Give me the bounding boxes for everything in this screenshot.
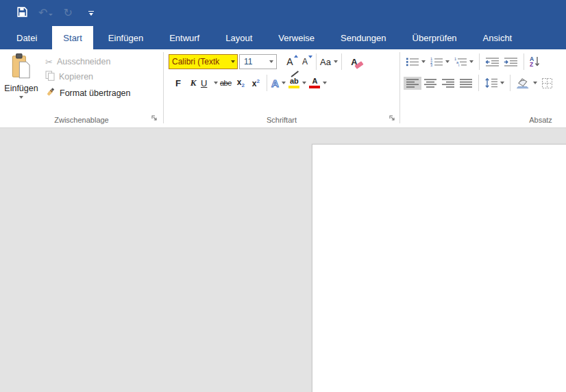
tab-sendungen[interactable]: Sendungen	[330, 26, 397, 49]
quick-access-toolbar: ↶ ↻	[16, 6, 94, 21]
align-right-icon	[441, 78, 455, 88]
paste-dropdown-caret-icon	[19, 96, 23, 99]
align-center-button[interactable]	[421, 77, 439, 90]
cut-label: Ausschneiden	[57, 57, 111, 66]
font-size-combobox[interactable]: 11	[239, 54, 277, 69]
group-absatz: 1 2 3 1 a i	[400, 49, 566, 127]
shrink-font-button[interactable]: A	[297, 53, 312, 70]
paste-button[interactable]: Einfügen	[0, 51, 42, 99]
divider	[267, 75, 267, 91]
underline-icon: U	[201, 78, 207, 88]
font-color-button[interactable]: A	[309, 75, 327, 91]
group-zwischenablage: Einfügen ✂ Ausschneiden	[0, 49, 163, 127]
dialog-launcher-icon	[389, 114, 395, 121]
group-label-zwischenablage: Zwischenablage	[0, 116, 163, 124]
tab-einfuegen[interactable]: Einfügen	[97, 26, 154, 49]
divider	[316, 53, 317, 70]
numbering-button[interactable]: 1 2 3	[428, 56, 452, 69]
shading-button[interactable]	[514, 76, 539, 90]
tab-layout[interactable]: Layout	[214, 26, 263, 49]
tab-verweise[interactable]: Verweise	[267, 26, 325, 49]
scissors-icon: ✂	[45, 58, 53, 66]
multilevel-list-caret-icon	[469, 60, 473, 63]
customize-quick-access-toolbar-icon	[88, 11, 94, 12]
bold-icon: F	[175, 78, 181, 88]
text-effects-caret-icon	[282, 82, 286, 84]
align-right-button[interactable]	[439, 77, 457, 90]
shading-bucket-icon	[516, 77, 531, 89]
sort-button[interactable]: A Z	[528, 55, 542, 69]
divider	[524, 53, 524, 70]
document-area	[0, 128, 566, 392]
divider	[341, 53, 342, 70]
tab-datei[interactable]: Datei	[5, 26, 48, 49]
underline-button[interactable]: U	[201, 75, 218, 91]
increase-indent-button[interactable]	[502, 56, 520, 69]
tab-ansicht[interactable]: Ansicht	[472, 26, 524, 49]
redo-button[interactable]: ↻	[63, 8, 72, 19]
bullets-button[interactable]	[404, 56, 428, 69]
borders-icon	[541, 77, 553, 89]
word-window: ↶ ↻ Datei Start Einfügen Entwurf Layout …	[0, 0, 566, 392]
multilevel-list-button[interactable]: 1 a i	[452, 56, 476, 69]
font-size-dropdown-caret-icon	[269, 60, 273, 63]
font-color-icon: A	[309, 77, 320, 88]
bullets-caret-icon	[421, 60, 426, 63]
clipboard-dialog-launcher-button[interactable]	[151, 112, 158, 124]
text-highlight-color-button[interactable]: ab	[288, 75, 306, 91]
borders-button[interactable]	[539, 76, 555, 90]
undo-dropdown-caret-icon	[49, 14, 53, 16]
change-case-icon: Aa	[320, 57, 331, 67]
copy-button[interactable]: Kopieren	[45, 71, 131, 83]
superscript-button[interactable]: x2	[248, 75, 263, 91]
line-spacing-button[interactable]	[482, 76, 506, 90]
shrink-font-icon: A	[302, 57, 308, 66]
save-button[interactable]	[16, 6, 28, 21]
tab-entwurf[interactable]: Entwurf	[158, 26, 210, 49]
text-highlight-caret-icon	[302, 82, 306, 84]
font-dialog-launcher-button[interactable]	[389, 112, 395, 124]
format-painter-label: Format übertragen	[60, 88, 131, 98]
dialog-launcher-icon	[151, 114, 158, 121]
italic-button[interactable]: K	[186, 75, 201, 91]
subscript-button[interactable]: x2	[233, 75, 248, 91]
undo-button[interactable]: ↶	[38, 8, 53, 19]
cut-button[interactable]: ✂ Ausschneiden	[45, 57, 131, 66]
grow-font-button[interactable]: A	[282, 53, 297, 70]
sort-arrow-icon	[534, 56, 540, 67]
divider	[478, 75, 479, 91]
font-color-caret-icon	[323, 82, 327, 84]
ribbon-tab-bar: Datei Start Einfügen Entwurf Layout Verw…	[0, 26, 566, 49]
redo-icon: ↻	[63, 8, 72, 19]
multilevel-list-icon: 1 a i	[454, 57, 467, 67]
align-left-icon	[406, 78, 419, 88]
font-name-dropdown-caret-icon	[231, 60, 235, 63]
justify-icon	[459, 78, 473, 88]
svg-text:i: i	[458, 63, 459, 67]
document-page[interactable]	[312, 144, 566, 392]
tab-ueberpruefen[interactable]: Überprüfen	[402, 26, 468, 49]
numbering-caret-icon	[445, 60, 450, 63]
justify-button[interactable]	[457, 77, 475, 90]
bold-button[interactable]: F	[171, 75, 186, 91]
align-left-button[interactable]	[404, 77, 421, 90]
group-schriftart: Calibri (Textk 11 A A Aa	[164, 49, 399, 127]
text-effects-button[interactable]: A	[271, 75, 286, 91]
decrease-indent-icon	[485, 57, 500, 67]
tab-start[interactable]: Start	[52, 26, 93, 49]
decrease-indent-button[interactable]	[483, 56, 502, 69]
change-case-caret-icon	[334, 60, 338, 63]
change-case-button[interactable]: Aa	[320, 53, 338, 70]
font-size-value: 11	[244, 57, 269, 66]
clear-formatting-button[interactable]: A	[347, 53, 362, 70]
paste-label: Einfügen	[4, 84, 38, 93]
save-icon	[16, 6, 28, 21]
customize-quick-access-toolbar-button[interactable]	[88, 11, 94, 16]
format-painter-button[interactable]: Format übertragen	[45, 87, 131, 99]
strikethrough-icon: abe	[220, 79, 232, 87]
copy-label: Kopieren	[59, 72, 93, 82]
paste-clipboard-icon	[10, 53, 32, 83]
strikethrough-button[interactable]: abe	[218, 75, 233, 91]
line-spacing-icon	[484, 77, 498, 88]
font-name-combobox[interactable]: Calibri (Textk	[169, 54, 238, 69]
